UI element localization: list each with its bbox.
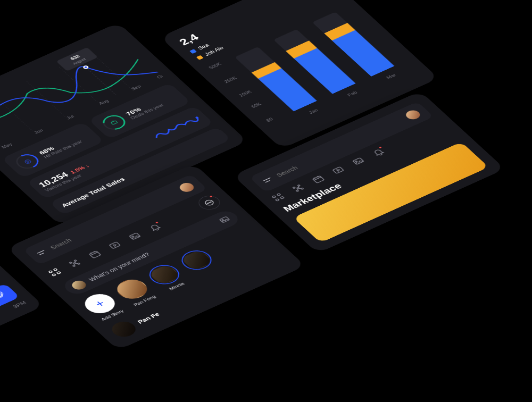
refresh-button[interactable] (0, 270, 1, 287)
svg-text:250K: 250K (223, 76, 238, 84)
grid-icon[interactable] (270, 192, 286, 203)
bell-icon[interactable] (147, 222, 163, 232)
svg-text:Jun: Jun (33, 128, 44, 135)
add-story[interactable]: + Add Story (79, 290, 127, 322)
svg-rect-0 (56, 47, 98, 71)
svg-text:Jul: Jul (65, 114, 75, 120)
calendar-icon[interactable] (87, 249, 103, 259)
bell-icon[interactable] (370, 147, 387, 157)
svg-text:Oct: Oct (156, 73, 164, 80)
attachment-icon (0, 291, 8, 300)
image-icon[interactable] (350, 156, 367, 166)
svg-point-52 (210, 202, 211, 202)
network-icon[interactable] (66, 258, 83, 269)
svg-point-50 (207, 203, 209, 204)
svg-line-4 (0, 111, 1, 147)
svg-text:500K: 500K (208, 62, 223, 70)
legend-swatch-orange (196, 55, 204, 60)
svg-text:Jan: Jan (308, 108, 319, 115)
network-icon[interactable] (290, 183, 306, 194)
svg-point-56 (277, 193, 281, 196)
grid-icon[interactable] (46, 267, 63, 278)
svg-text:Sep: Sep (130, 84, 143, 91)
story-item[interactable]: Minnie (144, 261, 191, 293)
svg-text:Mar: Mar (385, 73, 397, 80)
svg-rect-58 (280, 196, 284, 199)
video-icon[interactable] (106, 240, 123, 250)
secondary-time: 3PM (0, 300, 28, 360)
svg-text:Feb: Feb (346, 90, 358, 97)
menu-icon[interactable] (263, 178, 273, 183)
menu-icon[interactable] (37, 250, 46, 255)
svg-rect-39 (56, 271, 61, 274)
video-icon[interactable] (330, 165, 346, 175)
svg-rect-46 (109, 242, 120, 249)
plus-icon: + (79, 290, 121, 317)
svg-point-18 (195, 116, 199, 119)
briefcase-ring-icon (98, 112, 129, 132)
svg-text:May: May (1, 142, 13, 149)
legend-swatch-blue (189, 49, 197, 54)
avatar[interactable] (177, 181, 196, 194)
svg-point-38 (52, 274, 56, 277)
calendar-icon[interactable] (310, 174, 327, 185)
post-avatar[interactable] (107, 319, 140, 339)
svg-text:$0: $0 (265, 117, 275, 123)
svg-point-57 (275, 198, 279, 201)
post-author: Pan Fe (136, 311, 161, 324)
svg-rect-31 (331, 30, 394, 77)
message-time-button[interactable]: 12:48PM (0, 283, 20, 353)
story-item[interactable]: Pan Feng (111, 276, 159, 308)
story-item[interactable] (176, 247, 223, 279)
svg-line-5 (0, 96, 34, 132)
target-ring-icon: ◎ (12, 152, 43, 172)
avatar (69, 279, 88, 291)
svg-point-55 (272, 196, 276, 198)
image-icon[interactable] (127, 231, 143, 241)
svg-text:Aug: Aug (98, 99, 110, 106)
svg-text:50K: 50K (250, 102, 262, 108)
chat-icon[interactable] (195, 193, 225, 212)
svg-point-36 (48, 271, 53, 273)
svg-line-7 (59, 67, 98, 103)
svg-text:100K: 100K (238, 89, 253, 98)
svg-rect-25 (257, 68, 317, 111)
avatar[interactable] (403, 108, 422, 121)
gallery-icon[interactable] (217, 214, 233, 225)
svg-point-37 (53, 269, 57, 271)
svg-point-51 (209, 202, 210, 203)
svg-line-6 (27, 81, 66, 118)
svg-rect-65 (332, 167, 344, 174)
